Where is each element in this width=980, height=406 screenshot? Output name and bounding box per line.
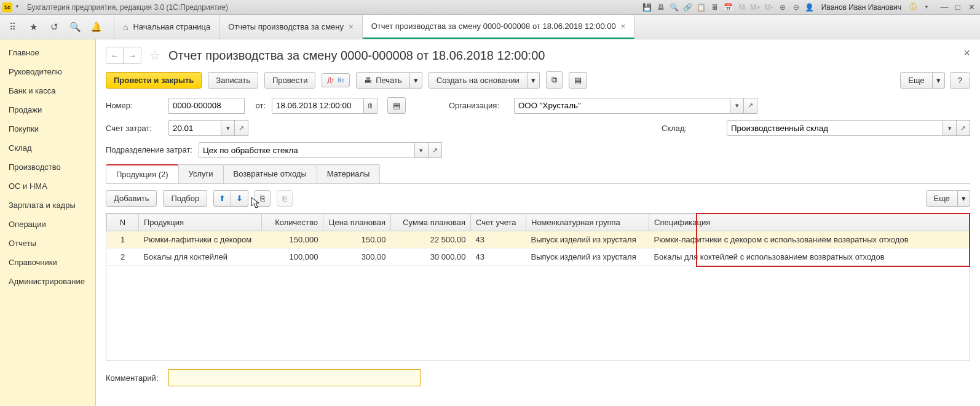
cost-account-dropdown-icon[interactable]: ▾	[221, 120, 235, 136]
col-group[interactable]: Номенклатурная группа	[526, 214, 649, 231]
date-calendar-icon[interactable]: 🗓	[364, 98, 377, 114]
structure-button[interactable]: ⧉	[546, 71, 563, 89]
sidebar-item-bank[interactable]: Банк и касса	[0, 81, 95, 100]
zoom-in-icon[interactable]: ⊕	[777, 2, 788, 13]
warehouse-open-icon[interactable]: ↗	[957, 120, 970, 136]
m-icon[interactable]: M	[737, 2, 748, 13]
add-button[interactable]: Добавить	[106, 190, 157, 207]
org-dropdown-icon[interactable]: ▾	[730, 98, 744, 114]
favorite-icon[interactable]: ★	[27, 21, 39, 33]
inner-tab-materials[interactable]: Материалы	[317, 164, 381, 183]
inner-tab-products[interactable]: Продукция (2)	[106, 164, 179, 183]
forward-button[interactable]: →	[124, 47, 141, 63]
sidebar-item-sales[interactable]: Продажи	[0, 100, 95, 119]
col-product[interactable]: Продукция	[139, 214, 262, 231]
tab-list-close-icon[interactable]: ×	[349, 22, 354, 31]
tab-home[interactable]: ⌂ Начальная страница	[114, 15, 219, 39]
col-spec[interactable]: Спецификация	[649, 214, 970, 231]
sidebar-item-reports[interactable]: Отчеты	[0, 234, 95, 253]
dept-dropdown-icon[interactable]: ▾	[415, 142, 429, 158]
org-open-icon[interactable]: ↗	[744, 98, 757, 114]
paste-rows-button[interactable]: ⎗	[277, 190, 293, 207]
cost-account-open-icon[interactable]: ↗	[235, 120, 248, 136]
search-icon[interactable]: 🔍	[669, 2, 680, 13]
tab-document[interactable]: Отчет производства за смену 0000-000008 …	[363, 15, 635, 39]
tab-list[interactable]: Отчеты производства за смену ×	[219, 15, 362, 39]
attachments-button[interactable]: ▤	[569, 72, 587, 89]
warehouse-dropdown-icon[interactable]: ▾	[943, 120, 957, 136]
search-toolbar-icon[interactable]: 🔍	[69, 21, 81, 33]
dept-field[interactable]	[199, 142, 415, 158]
more-button[interactable]: Еще	[900, 72, 932, 89]
move-down-button[interactable]: ⬇	[231, 190, 248, 207]
move-up-button[interactable]: ⬆	[213, 190, 231, 207]
table-row[interactable]: 1 Рюмки-лафитники с декором 150,000 150,…	[107, 231, 970, 249]
col-price[interactable]: Цена плановая	[323, 214, 391, 231]
info-dropdown-icon[interactable]: ▼	[921, 2, 932, 13]
sidebar-item-production[interactable]: Производство	[0, 157, 95, 177]
col-account[interactable]: Счет учета	[471, 214, 526, 231]
app-menu-dropdown-icon[interactable]: ▼	[15, 4, 22, 11]
minimize-button[interactable]: —	[938, 2, 950, 12]
warehouse-field[interactable]	[727, 120, 943, 136]
info-icon[interactable]: ⓘ	[907, 2, 919, 13]
history-icon[interactable]: ↺	[48, 21, 60, 33]
page-close-icon[interactable]: ×	[963, 47, 970, 60]
table-row[interactable]: 2 Бокалы для коктейлей 100,000 300,00 30…	[107, 249, 970, 266]
print-dropdown[interactable]: ▾	[410, 72, 422, 89]
copy-rows-button[interactable]: ⎘	[255, 190, 271, 207]
sidebar-item-admin[interactable]: Администрирование	[0, 272, 95, 291]
create-based-button[interactable]: Создать на основании	[429, 72, 528, 89]
date-ext-button[interactable]: ▤	[387, 97, 406, 114]
print-icon[interactable]: 🖶	[655, 2, 666, 13]
dept-label: Подразделение затрат:	[106, 145, 192, 155]
help-button[interactable]: ?	[950, 72, 970, 89]
cost-account-field[interactable]	[168, 120, 221, 136]
inner-tab-services[interactable]: Услуги	[178, 164, 224, 183]
apps-icon[interactable]: ⠿	[6, 21, 18, 33]
sidebar-item-os-nma[interactable]: ОС и НМА	[0, 177, 95, 196]
write-button[interactable]: Записать	[208, 72, 258, 89]
inner-tab-returns[interactable]: Возвратные отходы	[223, 164, 317, 183]
create-based-dropdown[interactable]: ▾	[528, 72, 540, 89]
bell-icon[interactable]: 🔔	[90, 21, 102, 33]
comment-field[interactable]	[168, 369, 421, 386]
col-n[interactable]: N	[107, 214, 139, 231]
link-icon[interactable]: 🔗	[682, 2, 694, 13]
zoom-out-icon[interactable]: ⊖	[791, 2, 802, 13]
tab-document-close-icon[interactable]: ×	[621, 22, 626, 31]
back-button[interactable]: ←	[106, 47, 124, 63]
maximize-button[interactable]: □	[952, 2, 964, 12]
table-more-dropdown[interactable]: ▾	[958, 190, 970, 207]
sidebar-item-manager[interactable]: Руководителю	[0, 62, 95, 81]
more-dropdown[interactable]: ▾	[933, 72, 945, 89]
col-sum[interactable]: Сумма плановая	[391, 214, 471, 231]
calendar-icon[interactable]: 📅	[723, 2, 734, 13]
copy-icon[interactable]: 📋	[696, 2, 707, 13]
dept-open-icon[interactable]: ↗	[429, 142, 442, 158]
m-minus-icon[interactable]: M-	[764, 2, 775, 13]
print-button[interactable]: 🖶Печать	[356, 72, 410, 89]
org-field[interactable]	[514, 98, 730, 114]
sidebar-item-salary[interactable]: Зарплата и кадры	[0, 196, 95, 215]
table-more-button[interactable]: Еще	[926, 190, 958, 207]
dt-kt-button[interactable]: ДтКт	[322, 73, 350, 87]
post-and-close-button[interactable]: Провести и закрыть	[106, 72, 202, 89]
pick-button[interactable]: Подбор	[163, 190, 207, 207]
sidebar-item-operations[interactable]: Операции	[0, 215, 95, 234]
sidebar-item-main[interactable]: Главное	[0, 43, 95, 62]
calc-icon[interactable]: 🖩	[709, 2, 721, 13]
col-qty[interactable]: Количество	[262, 214, 323, 231]
m-plus-icon[interactable]: M+	[750, 2, 761, 13]
sidebar-item-purchases[interactable]: Покупки	[0, 119, 95, 138]
sidebar-item-warehouse[interactable]: Склад	[0, 138, 95, 157]
date-field[interactable]	[272, 98, 364, 114]
close-window-button[interactable]: ✕	[965, 2, 978, 12]
number-field[interactable]	[168, 98, 245, 114]
save-icon[interactable]: 💾	[642, 2, 653, 13]
sidebar-item-refs[interactable]: Справочники	[0, 253, 95, 272]
post-button[interactable]: Провести	[264, 72, 316, 89]
user-name[interactable]: Иванов Иван Иванович	[821, 3, 901, 12]
date-label: от:	[251, 101, 266, 110]
star-icon[interactable]: ☆	[148, 48, 162, 63]
